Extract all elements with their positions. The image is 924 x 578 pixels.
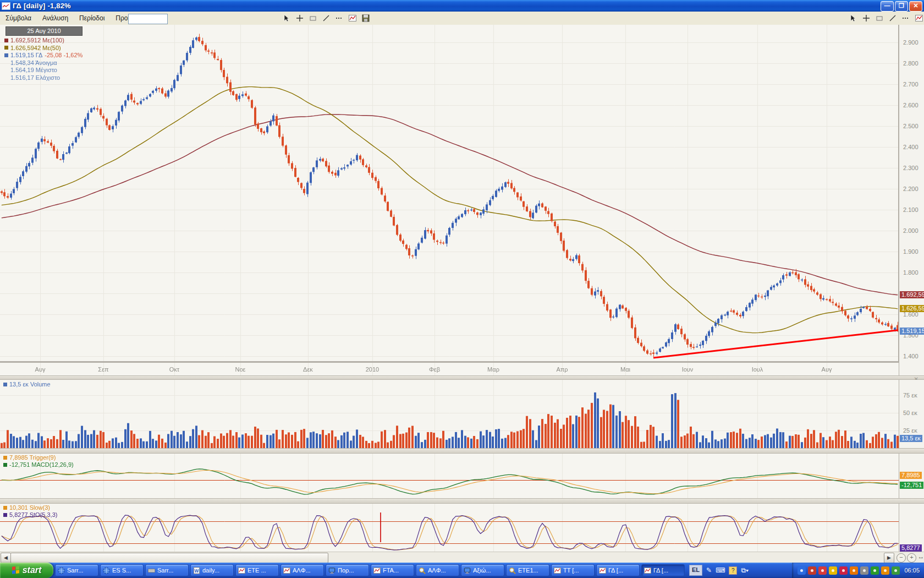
save-tool-icon[interactable] [361,13,371,23]
taskbar-task-fta[interactable]: FTA... [371,564,414,576]
window-title: ΓΔ [daily] -1,82% [13,2,71,10]
legend-line: 1.626,5942 Με(50) [4,45,61,51]
taskbar-task-αλφ[interactable]: ΑΛΦ... [280,564,324,576]
taskbar-task-γδ[interactable]: ΓΔ [... [641,564,685,576]
scroll-thumb[interactable] [10,553,328,563]
chart-tool-icon[interactable] [348,13,358,23]
price-tick: 2.200 [903,186,919,192]
keyboard-icon[interactable]: ⌨ [716,566,725,574]
close-button[interactable]: ✕ [909,1,922,12]
legend-text: 1.516,17 Ελάχιστο [10,74,60,81]
language-indicator[interactable]: EL [689,565,702,576]
taskbar-task-ess[interactable]: ES S... [100,564,144,576]
legend-spacer [4,68,8,72]
line-tool-icon[interactable] [888,13,898,23]
shield-glyph [832,569,834,572]
taskbar-task-ete[interactable]: ETE ... [235,564,279,576]
pane-splitter[interactable]: ✕ [0,375,924,380]
tray-icon-network[interactable] [798,566,806,575]
menu-Σύμβολα[interactable]: Σύμβολα [0,13,37,24]
task-label: TT [... [563,567,579,574]
macd-plot-canvas[interactable] [0,454,899,498]
macd-tag: -12,751 [900,482,923,489]
x-axis-label: Φεβ [422,366,447,373]
task-label: Αξιώ... [473,567,491,574]
zoom-in-button[interactable]: + [907,553,916,563]
taskbar-task-γδ[interactable]: ΓΔ [... [596,564,640,576]
taskbar-task-daily[interactable]: Wdaily... [190,564,234,576]
task-label: ΓΔ [... [608,567,623,574]
legend-text: 1.692,5912 Με(100) [10,37,64,43]
volume-tick: 25 εκ [903,427,917,434]
start-label: start [23,565,42,575]
chart-tool-icon[interactable] [914,13,924,23]
legend-spacer [4,75,8,79]
task-label: FTA... [383,567,399,574]
symbol-input[interactable] [128,14,168,24]
stochastic-pane: 10,301 Slow(3)5,8277 StO(5,3,3) 5,8277 [0,504,924,552]
crosshair-tool-icon[interactable] [861,13,871,23]
langbar-restore-icon[interactable]: ⧉▾ [741,566,749,574]
java-glyph [811,569,813,572]
task-label: Sarr... [67,567,83,574]
toolbar-right [848,13,924,23]
start-button[interactable]: start [0,563,53,578]
tray-icon-java[interactable] [808,566,816,575]
tray-icon-messenger[interactable] [839,566,848,575]
taskbar-task-πορ[interactable]: Πορ... [326,564,369,576]
box-tool-icon[interactable] [875,13,884,23]
crosshair-tool-icon[interactable] [295,13,305,23]
pane-splitter[interactable] [0,498,924,504]
restore-button[interactable]: ❐ [895,1,908,12]
tray-icon-users[interactable] [818,566,827,575]
legend-line: 1.516,17 Ελάχιστο [4,74,60,81]
cursor-tool-icon[interactable] [282,13,292,23]
box-tool-icon[interactable] [308,13,318,23]
line-tool-icon[interactable] [321,13,331,23]
zoom-range-button[interactable]: ↔ [917,553,924,561]
pane-splitter[interactable] [0,448,924,454]
scroll-right-arrow[interactable]: ▶ [884,553,894,563]
cursor-tool-icon[interactable] [848,13,858,23]
taskbar-task-tt[interactable]: TT [... [551,564,595,576]
scroll-left-arrow[interactable]: ◀ [1,553,11,563]
dots-tool-icon[interactable] [334,13,344,23]
help-icon[interactable]: ? [729,566,737,575]
taskbar-task-sarr[interactable]: Sarr... [145,564,189,576]
dots-tool-icon[interactable] [901,13,911,23]
macd-legend-line: -12,751 MACD(12,26,9) [3,461,74,468]
chart-icon [238,567,245,574]
tray-icon-remote[interactable] [892,566,900,575]
stochastic-plot-canvas[interactable] [0,504,899,552]
task-label: ΑΛΦ... [293,567,311,574]
price-tick: 2.900 [903,39,919,46]
menu-Περίοδοι[interactable]: Περίοδοι [74,13,110,24]
tray-icon-antivirus[interactable] [871,566,879,575]
x-axis-label: Αυγ [815,366,839,373]
legend-text: 1.564,19 Μέγιστο [10,67,57,73]
antivirus-glyph [873,569,876,572]
tray-icon-alert[interactable] [850,566,858,575]
volume-plot-canvas[interactable] [0,380,899,448]
zoom-out-button[interactable]: − [897,553,906,563]
price-axis: 2.9002.8002.7002.6002.5002.4002.3002.200… [899,25,924,375]
taskbar-task-sarr[interactable]: Sarr... [55,564,98,576]
pen-icon[interactable]: ✎ [706,566,712,574]
title-bar[interactable]: ΓΔ [daily] -1,82% — ❐ ✕ [0,0,924,12]
tray-icon-mail[interactable] [881,566,889,575]
alert-glyph [853,569,855,572]
taskbar-task-αλφ[interactable]: ΑΛΦ... [416,564,459,576]
taskbar-task-αξι[interactable]: Αξιώ... [461,564,504,576]
taskbar-task-ετε1[interactable]: ΕΤΕ1... [506,564,549,576]
x-axis-label: Απρ [550,366,574,373]
legend-marker [4,39,8,42]
volume-tick: 75 εκ [903,392,917,399]
price-plot-canvas[interactable] [0,25,899,375]
mail-glyph [884,569,887,572]
task-label: daily... [202,567,219,574]
menu-items: ΣύμβολαΑνάλυσηΠερίοδοιΠροβολή [0,14,147,22]
tray-icon-shield[interactable] [829,566,837,575]
tray-icon-volume[interactable] [860,566,868,575]
menu-Ανάλυση[interactable]: Ανάλυση [37,13,74,24]
minimize-button[interactable]: — [881,1,894,12]
